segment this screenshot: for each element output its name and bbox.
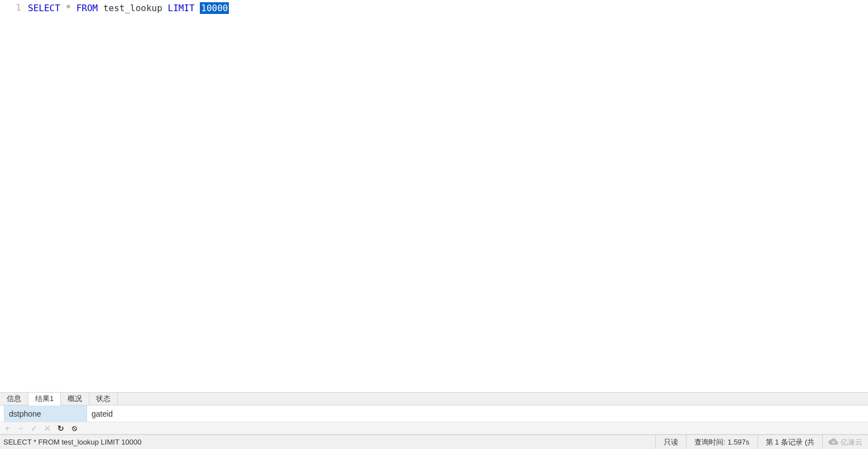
results-grid-header: dstphone gateid: [0, 405, 868, 422]
tab-label: 状态: [96, 394, 111, 404]
code-content[interactable]: SELECT * FROM test_lookup LIMIT 10000: [28, 0, 868, 392]
column-header-gateid[interactable]: gateid: [87, 405, 127, 422]
results-tabs: 信息 结果1 概况 状态: [0, 392, 868, 405]
tab-result1[interactable]: 结果1: [28, 393, 61, 405]
sql-editor[interactable]: 1 SELECT * FROM test_lookup LIMIT 10000: [0, 0, 868, 392]
cancel-icon: ✕: [44, 424, 51, 433]
tab-info[interactable]: 信息: [0, 393, 28, 405]
check-icon: ✓: [31, 424, 37, 433]
remove-row-button[interactable]: −: [17, 424, 25, 432]
selected-number: 10000: [200, 2, 229, 14]
add-row-button[interactable]: +: [3, 424, 11, 432]
line-number: 1: [16, 2, 21, 13]
status-bar: SELECT * FROM test_lookup LIMIT 10000 只读…: [0, 434, 868, 449]
cancel-button[interactable]: ✕: [44, 424, 51, 432]
line-gutter: 1: [0, 0, 28, 392]
status-query-text: SELECT * FROM test_lookup LIMIT 10000: [0, 435, 655, 449]
column-label: gateid: [92, 409, 113, 418]
results-toolbar: + − ✓ ✕ ↻ ⦸: [0, 422, 868, 434]
status-readonly: 只读: [655, 435, 686, 449]
tab-status[interactable]: 状态: [89, 393, 118, 405]
apply-button[interactable]: ✓: [30, 424, 38, 432]
tab-profile[interactable]: 概况: [61, 393, 89, 405]
stop-icon: ⦸: [72, 423, 77, 433]
record-info-label: 第 1 条记录 (共: [766, 437, 814, 447]
watermark: 亿速云: [822, 435, 868, 449]
cloud-icon: [828, 437, 838, 447]
keyword-from: FROM: [76, 3, 98, 13]
refresh-icon: ↻: [57, 424, 64, 433]
stop-button[interactable]: ⦸: [70, 424, 78, 432]
refresh-button[interactable]: ↻: [57, 424, 65, 432]
query-time-label: 查询时间: 1.597s: [694, 437, 749, 447]
keyword-limit: LIMIT: [168, 3, 195, 13]
watermark-text: 亿速云: [841, 437, 862, 447]
plus-icon: +: [5, 424, 9, 433]
tab-label: 概况: [68, 394, 82, 404]
query-text: SELECT * FROM test_lookup LIMIT 10000: [3, 438, 141, 446]
tab-label: 结果1: [35, 394, 54, 404]
minus-icon: −: [18, 424, 23, 433]
keyword-select: SELECT: [28, 3, 60, 13]
readonly-label: 只读: [664, 437, 678, 447]
status-record-info: 第 1 条记录 (共: [757, 435, 822, 449]
status-query-time: 查询时间: 1.597s: [686, 435, 757, 449]
column-header-dstphone[interactable]: dstphone: [4, 405, 87, 422]
svg-point-0: [832, 441, 835, 443]
operator-star: *: [65, 3, 71, 13]
identifier-table: test_lookup: [103, 3, 162, 13]
column-label: dstphone: [9, 409, 41, 418]
row-indicator[interactable]: [0, 405, 4, 422]
tab-label: 信息: [7, 394, 21, 404]
